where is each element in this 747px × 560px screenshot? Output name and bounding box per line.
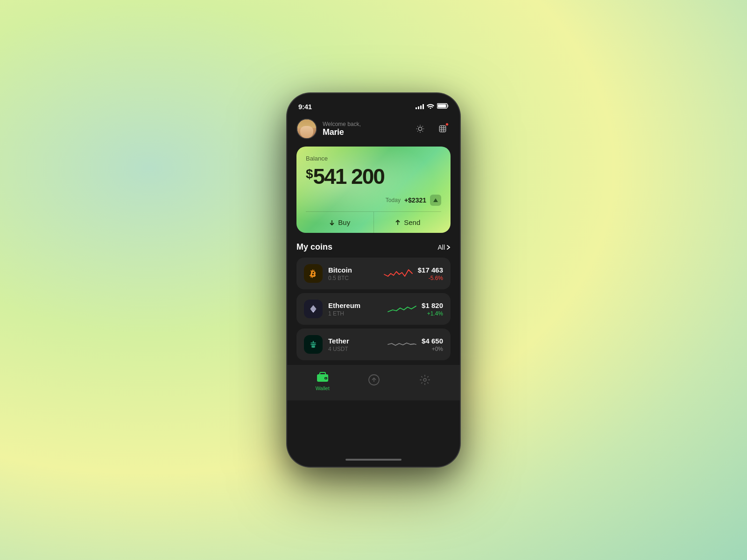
coin-chart-eth <box>388 301 416 317</box>
balance-label: Balance <box>306 155 441 162</box>
balance-dollar-sign: $ <box>306 167 312 182</box>
send-button[interactable]: Send <box>374 212 442 233</box>
settings-icon <box>418 373 431 386</box>
notifications-button[interactable] <box>435 121 451 137</box>
balance-today: Today +$2321 <box>306 195 441 206</box>
coin-change-eth: +1.4% <box>422 310 443 317</box>
theme-button[interactable] <box>412 121 428 137</box>
nav-wallet-label: Wallet <box>316 385 330 391</box>
coin-name-eth: Ethereum <box>328 301 382 309</box>
my-coins-header: My coins All <box>296 242 451 252</box>
greeting: Welcome back, Marie <box>323 121 361 137</box>
svg-line-11 <box>423 126 423 126</box>
svg-rect-12 <box>439 126 446 132</box>
coin-chart-btc <box>384 265 412 282</box>
eth-icon <box>304 300 323 318</box>
notification-dot <box>445 123 449 126</box>
balance-amount: $ 541 200 <box>306 164 441 189</box>
svg-rect-21 <box>320 372 325 375</box>
signal-icon <box>416 104 424 109</box>
trend-up-badge <box>430 195 441 206</box>
svg-rect-1 <box>448 105 449 107</box>
wifi-icon <box>427 102 434 111</box>
all-coins-button[interactable]: All <box>437 244 451 251</box>
coin-amount-eth: 1 ETH <box>328 310 382 317</box>
list-item[interactable]: Bitcoin 0.5 BTC $17 463 -5.6% <box>296 258 451 289</box>
header-left: Welcome back, Marie <box>296 119 361 139</box>
coin-amount-usdt: 4 USDT <box>328 346 382 352</box>
nav-send[interactable] <box>367 373 381 388</box>
svg-rect-2 <box>438 105 446 108</box>
send-icon <box>367 373 381 386</box>
header-actions <box>412 121 451 137</box>
list-item[interactable]: Tether 4 USDT $4 650 +0% <box>296 329 451 360</box>
coin-price-btc: $17 463 -5.6% <box>418 266 443 281</box>
list-item[interactable]: Ethereum 1 ETH $1 820 +1.4% <box>296 293 451 325</box>
btc-icon <box>304 264 323 283</box>
coin-amount-btc: 0.5 BTC <box>328 275 379 281</box>
battery-icon <box>437 102 449 111</box>
card-actions: Buy Send <box>306 211 441 233</box>
svg-line-7 <box>423 131 423 132</box>
greeting-name: Marie <box>323 127 361 137</box>
send-label: Send <box>404 218 420 226</box>
svg-line-6 <box>417 126 418 126</box>
svg-line-10 <box>417 131 418 132</box>
balance-card: Balance $ 541 200 Today +$2321 <box>296 147 451 233</box>
status-time: 9:41 <box>298 103 312 111</box>
balance-value: 541 200 <box>313 164 384 189</box>
wallet-icon <box>316 371 329 384</box>
coin-value-btc: $17 463 <box>418 266 443 274</box>
phone-shell: 9:41 <box>287 93 460 467</box>
my-coins-title: My coins <box>296 242 332 252</box>
home-bar <box>345 459 402 461</box>
coin-info-eth: Ethereum 1 ETH <box>328 301 382 317</box>
coin-change-usdt: +0% <box>422 346 443 352</box>
coin-name-btc: Bitcoin <box>328 266 379 274</box>
notch <box>343 93 404 106</box>
coins-list: Bitcoin 0.5 BTC $17 463 -5.6% <box>296 258 451 360</box>
avatar[interactable] <box>296 119 317 139</box>
nav-wallet[interactable]: Wallet <box>316 371 330 391</box>
coin-price-eth: $1 820 +1.4% <box>422 301 443 317</box>
usdt-icon <box>304 335 323 354</box>
home-indicator <box>287 453 460 467</box>
header: Welcome back, Marie <box>296 114 451 147</box>
coin-name-usdt: Tether <box>328 337 382 345</box>
coin-price-usdt: $4 650 +0% <box>422 337 443 352</box>
buy-label: Buy <box>338 218 350 226</box>
coin-info-btc: Bitcoin 0.5 BTC <box>328 266 379 281</box>
bottom-nav: Wallet <box>287 365 460 400</box>
svg-point-23 <box>325 378 326 378</box>
all-label: All <box>437 244 445 251</box>
nav-settings[interactable] <box>418 373 431 388</box>
status-icons <box>416 102 449 111</box>
greeting-subtitle: Welcome back, <box>323 121 361 127</box>
coin-value-usdt: $4 650 <box>422 337 443 345</box>
phone-content: Welcome back, Marie <box>287 114 460 453</box>
svg-marker-17 <box>433 198 438 202</box>
buy-button[interactable]: Buy <box>306 212 374 233</box>
coin-info-usdt: Tether 4 USDT <box>328 337 382 352</box>
today-label: Today <box>386 197 401 203</box>
svg-point-3 <box>418 127 422 131</box>
coin-change-btc: -5.6% <box>418 275 443 281</box>
coin-value-eth: $1 820 <box>422 301 443 309</box>
coin-chart-usdt <box>388 336 416 353</box>
today-amount: +$2321 <box>404 196 426 204</box>
svg-point-26 <box>423 378 426 381</box>
